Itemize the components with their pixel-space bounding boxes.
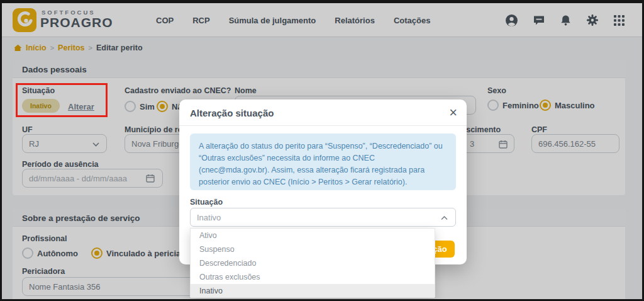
app-window: SOFTFOCUS PROAGRO COP RCP Súmula de julg… (0, 0, 644, 301)
modal-divider (179, 125, 467, 126)
info-alert: A alteração do status do perito para “Su… (190, 133, 456, 190)
modal-situacao-value: Inativo (197, 213, 221, 222)
chevron-up-icon (441, 216, 448, 220)
modal-title: Alteração situação (190, 108, 274, 118)
dropdown-option-ativo[interactable]: Ativo (191, 229, 435, 242)
dropdown-option-inativo[interactable]: Inativo (191, 284, 435, 298)
dropdown-option-outras-exclusoes[interactable]: Outras exclusões (191, 270, 435, 284)
window-frame-left (0, 0, 2, 301)
dropdown-option-suspenso[interactable]: Suspenso (191, 242, 435, 256)
modal-situacao-select[interactable]: Inativo (190, 208, 456, 227)
close-icon[interactable]: × (449, 103, 457, 123)
modal-situacao-label: Situação (190, 198, 223, 207)
dropdown-option-descredenciado[interactable]: Descredenciado (191, 256, 435, 270)
annotation-highlight-box (16, 83, 108, 117)
window-frame-top (0, 0, 644, 3)
situacao-dropdown-list: Ativo Suspenso Descredenciado Outras exc… (190, 228, 435, 297)
